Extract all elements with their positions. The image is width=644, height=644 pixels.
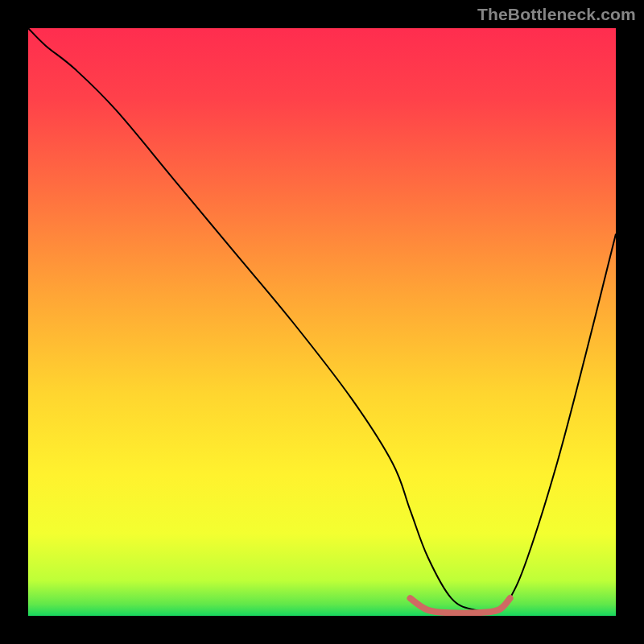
chart-lines: [28, 28, 616, 616]
bottleneck-curve-line: [28, 28, 616, 612]
chart-plot-area: [28, 28, 616, 616]
watermark-text: TheBottleneck.com: [477, 5, 636, 24]
chart-frame: TheBottleneck.com: [0, 0, 644, 644]
